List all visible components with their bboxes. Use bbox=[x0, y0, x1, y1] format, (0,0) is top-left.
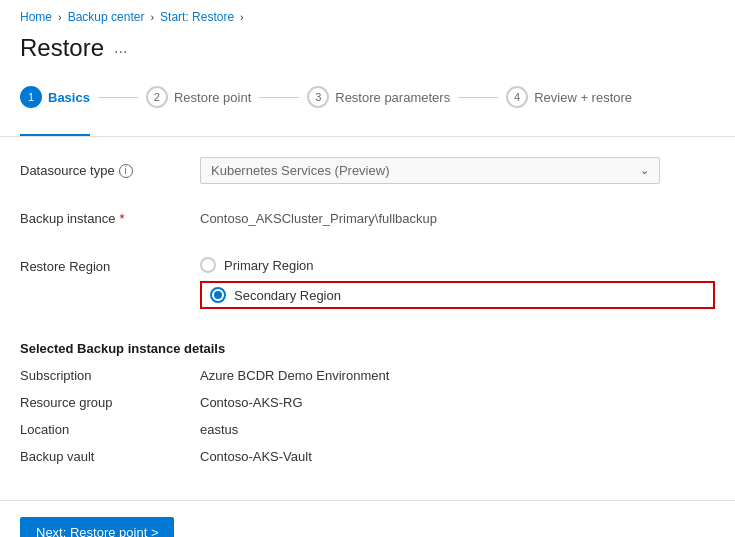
datasource-info-icon[interactable]: i bbox=[119, 164, 133, 178]
step-label-restore-point: Restore point bbox=[174, 90, 251, 105]
step-restore-params[interactable]: 3 Restore parameters bbox=[307, 78, 450, 116]
breadcrumb-chevron-1: › bbox=[58, 11, 62, 23]
backup-vault-value: Contoso-AKS-Vault bbox=[200, 449, 312, 464]
page-title: Restore bbox=[20, 34, 104, 62]
resource-group-row: Resource group Contoso-AKS-RG bbox=[20, 395, 715, 410]
secondary-region-label: Secondary Region bbox=[234, 288, 341, 303]
step-restore-point[interactable]: 2 Restore point bbox=[146, 78, 251, 116]
datasource-type-control: Kubernetes Services (Preview) ⌄ bbox=[200, 157, 715, 184]
secondary-region-highlight: Secondary Region bbox=[200, 281, 715, 309]
primary-region-label: Primary Region bbox=[224, 258, 314, 273]
restore-region-radio-group: Primary Region Secondary Region bbox=[200, 253, 715, 309]
breadcrumb-backup-center[interactable]: Backup center bbox=[68, 10, 145, 24]
step-sep-3 bbox=[458, 97, 498, 98]
footer: Next: Restore point > bbox=[0, 500, 735, 537]
backup-instance-label: Backup instance * bbox=[20, 205, 200, 226]
form-section: Datasource type i Kubernetes Services (P… bbox=[0, 157, 735, 309]
subscription-label: Subscription bbox=[20, 368, 200, 383]
breadcrumb-chevron-2: › bbox=[150, 11, 154, 23]
step-label-review-restore: Review + restore bbox=[534, 90, 632, 105]
datasource-type-row: Datasource type i Kubernetes Services (P… bbox=[20, 157, 715, 189]
primary-region-radio[interactable] bbox=[200, 257, 216, 273]
secondary-region-option[interactable]: Secondary Region bbox=[210, 287, 341, 303]
subscription-row: Subscription Azure BCDR Demo Environment bbox=[20, 368, 715, 383]
datasource-dropdown-value: Kubernetes Services (Preview) bbox=[211, 163, 389, 178]
location-label: Location bbox=[20, 422, 200, 437]
step-circle-4: 4 bbox=[506, 86, 528, 108]
breadcrumb-home[interactable]: Home bbox=[20, 10, 52, 24]
location-row: Location eastus bbox=[20, 422, 715, 437]
restore-region-row: Restore Region Primary Region Secondary … bbox=[20, 253, 715, 309]
secondary-region-radio[interactable] bbox=[210, 287, 226, 303]
restore-region-label: Restore Region bbox=[20, 253, 200, 274]
restore-region-control: Primary Region Secondary Region bbox=[200, 253, 715, 309]
step-circle-3: 3 bbox=[307, 86, 329, 108]
wizard-steps: 1 Basics 2 Restore point 3 Restore param… bbox=[0, 78, 735, 137]
step-sep-2 bbox=[259, 97, 299, 98]
datasource-type-label: Datasource type i bbox=[20, 157, 200, 178]
backup-vault-row: Backup vault Contoso-AKS-Vault bbox=[20, 449, 715, 464]
location-value: eastus bbox=[200, 422, 238, 437]
breadcrumb-chevron-3: › bbox=[240, 11, 244, 23]
required-indicator: * bbox=[119, 211, 124, 226]
step-label-restore-params: Restore parameters bbox=[335, 90, 450, 105]
step-label-basics: Basics bbox=[48, 90, 90, 105]
backup-instance-value: Contoso_AKSCluster_Primary\fullbackup bbox=[200, 205, 715, 226]
primary-region-option[interactable]: Primary Region bbox=[200, 257, 715, 273]
more-options-icon[interactable]: ... bbox=[114, 39, 127, 57]
page-header: Restore ... bbox=[0, 30, 735, 78]
backup-instance-control: Contoso_AKSCluster_Primary\fullbackup bbox=[200, 205, 715, 226]
datasource-dropdown[interactable]: Kubernetes Services (Preview) ⌄ bbox=[200, 157, 660, 184]
subscription-value: Azure BCDR Demo Environment bbox=[200, 368, 389, 383]
step-basics[interactable]: 1 Basics bbox=[20, 78, 90, 116]
breadcrumb: Home › Backup center › Start: Restore › bbox=[0, 0, 735, 30]
backup-instance-row: Backup instance * Contoso_AKSCluster_Pri… bbox=[20, 205, 715, 237]
details-section: Selected Backup instance details Subscri… bbox=[0, 325, 735, 492]
resource-group-value: Contoso-AKS-RG bbox=[200, 395, 303, 410]
resource-group-label: Resource group bbox=[20, 395, 200, 410]
step-circle-1: 1 bbox=[20, 86, 42, 108]
step-review-restore[interactable]: 4 Review + restore bbox=[506, 78, 632, 116]
details-section-title: Selected Backup instance details bbox=[20, 341, 715, 356]
breadcrumb-start-restore[interactable]: Start: Restore bbox=[160, 10, 234, 24]
next-button[interactable]: Next: Restore point > bbox=[20, 517, 174, 537]
step-circle-2: 2 bbox=[146, 86, 168, 108]
dropdown-arrow-icon: ⌄ bbox=[640, 164, 649, 177]
backup-vault-label: Backup vault bbox=[20, 449, 200, 464]
step-sep-1 bbox=[98, 97, 138, 98]
